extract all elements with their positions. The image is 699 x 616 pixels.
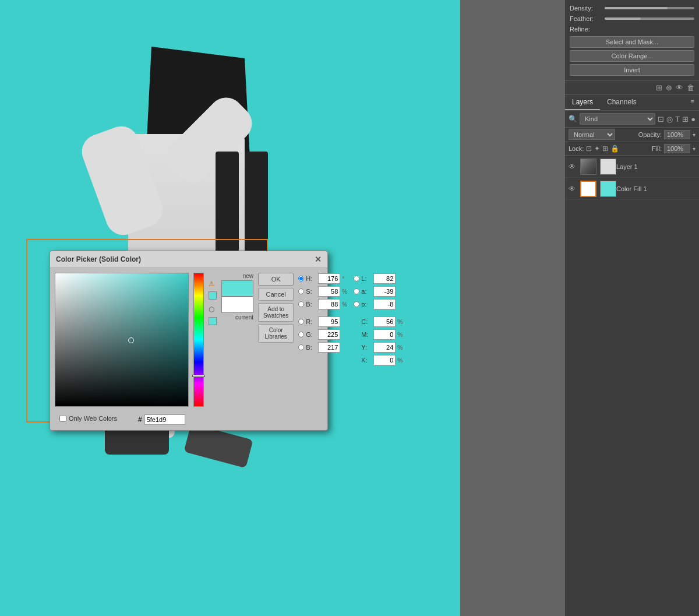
dialog-footer: Only Web Colors # <box>50 411 327 430</box>
fill-row: Fill: ▾ <box>652 144 696 153</box>
select-mask-button[interactable]: Select and Mask... <box>570 36 694 48</box>
c-input[interactable] <box>373 316 396 327</box>
b3-radio[interactable] <box>354 301 359 307</box>
color-swatches-area: new current <box>221 273 253 407</box>
dialog-body: ⚠ ⬡ new current OK Cancel Add to Swatche <box>50 268 327 411</box>
hue-slider[interactable] <box>193 273 204 407</box>
kind-filter-select[interactable]: Kind <box>580 113 655 125</box>
a-radio[interactable] <box>354 288 359 294</box>
hex-input[interactable] <box>144 414 185 425</box>
current-color-swatch[interactable] <box>221 297 253 313</box>
layer-1-name: Layer 1 <box>616 163 696 170</box>
tab-layers[interactable]: Layers <box>565 95 600 110</box>
color-picker-dialog: Color Picker (Solid Color) ✕ <box>50 251 328 431</box>
m-unit: % <box>397 332 404 338</box>
ok-button[interactable]: OK <box>258 273 294 286</box>
r-radio[interactable] <box>298 319 304 325</box>
only-web-checkbox[interactable] <box>59 415 66 422</box>
color-field-container[interactable] <box>55 273 189 407</box>
filter-icon-3[interactable]: T <box>675 115 680 124</box>
web-safe-icon[interactable]: ⬡ <box>209 305 217 314</box>
blend-mode-row: Normal Multiply Screen Opacity: ▾ <box>565 128 699 142</box>
refine-label: Refine: <box>570 26 605 33</box>
density-slider[interactable] <box>605 7 694 9</box>
m-input[interactable] <box>373 329 396 340</box>
lock-icons: ⊡ ✦ ⊞ 🔒 <box>586 145 619 153</box>
k-label: K: <box>361 357 372 364</box>
eye-icon[interactable]: 👁 <box>676 83 683 92</box>
l-input[interactable] <box>373 273 396 284</box>
layers-search: 🔍 Kind ⊡ ◎ T ⊞ ● <box>565 111 699 128</box>
refine-row: Refine: <box>570 26 694 33</box>
fill-arrow[interactable]: ▾ <box>693 146 696 152</box>
k-input[interactable] <box>373 355 396 365</box>
l-row: L: <box>354 273 404 284</box>
cancel-button[interactable]: Cancel <box>258 288 294 301</box>
close-icon[interactable]: ✕ <box>315 255 322 264</box>
fill-input[interactable] <box>664 144 690 153</box>
opacity-input[interactable] <box>664 130 690 139</box>
new-color-swatch[interactable] <box>221 280 253 297</box>
right-panel: Density: Feather: Refine: Select and Mas… <box>565 0 699 616</box>
a-row: a: <box>354 286 404 297</box>
feather-label: Feather: <box>570 15 605 22</box>
feather-slider[interactable] <box>605 17 694 20</box>
target-icon[interactable]: ⊕ <box>666 83 672 92</box>
opacity-arrow[interactable]: ▾ <box>693 132 696 138</box>
grid-icon[interactable]: ⊞ <box>656 83 662 92</box>
tab-channels[interactable]: Channels <box>600 95 644 110</box>
color-range-button[interactable]: Color Range... <box>570 50 694 62</box>
s-radio[interactable] <box>298 288 304 294</box>
b-unit: % <box>342 301 349 308</box>
b3-row: b: <box>354 298 404 310</box>
color-libraries-button[interactable]: Color Libraries <box>258 324 294 343</box>
k-unit: % <box>397 357 404 364</box>
new-swatch-label: new <box>221 273 253 279</box>
lock-pixels-icon[interactable]: ⊡ <box>586 145 592 153</box>
lock-position-icon[interactable]: ✦ <box>594 145 600 153</box>
gamut-warning-icon[interactable]: ⚠ <box>209 280 217 288</box>
b2-input[interactable] <box>318 342 340 353</box>
hue-slider-container[interactable] <box>193 273 204 407</box>
color-values-right: L: a: b: <box>354 273 404 407</box>
lock-row: Lock: ⊡ ✦ ⊞ 🔒 Fill: ▾ <box>565 142 699 156</box>
only-web-label: Only Web Colors <box>69 415 117 422</box>
filter-icon-5[interactable]: ● <box>691 115 696 124</box>
g-radio[interactable] <box>298 332 304 337</box>
a-label: a: <box>361 288 372 295</box>
blend-mode-select[interactable]: Normal Multiply Screen <box>569 129 615 140</box>
layer-item-1[interactable]: 👁 Layer 1 <box>565 156 699 178</box>
canvas-area: Color Picker (Solid Color) ✕ <box>0 0 565 616</box>
y-label: Y: <box>361 344 372 351</box>
color-field[interactable] <box>55 273 189 407</box>
h-radio[interactable] <box>298 276 304 281</box>
s-input[interactable] <box>318 286 340 297</box>
y-input[interactable] <box>373 342 396 353</box>
layer-1-visibility-icon[interactable]: 👁 <box>569 163 578 171</box>
layer-item-2[interactable]: 👁 Color Fill 1 <box>565 178 699 200</box>
a-input[interactable] <box>373 286 396 297</box>
b-input[interactable] <box>318 299 340 309</box>
b3-input[interactable] <box>373 299 396 309</box>
r-input[interactable] <box>318 316 340 327</box>
lock-artboards-icon[interactable]: ⊞ <box>602 145 608 153</box>
filter-icon-4[interactable]: ⊞ <box>682 115 689 124</box>
add-to-swatches-button[interactable]: Add to Swatches <box>258 303 294 322</box>
h-input[interactable] <box>318 273 340 284</box>
b-radio[interactable] <box>298 301 304 307</box>
b2-radio[interactable] <box>298 344 304 350</box>
dialog-title-bar: Color Picker (Solid Color) ✕ <box>50 251 327 268</box>
filter-icon-1[interactable]: ⊡ <box>658 115 664 124</box>
layers-menu-icon[interactable]: ≡ <box>686 95 699 110</box>
b3-label: b: <box>361 301 372 308</box>
filter-icon-2[interactable]: ◎ <box>666 115 673 124</box>
lock-all-icon[interactable]: 🔒 <box>610 145 619 153</box>
y-row: Y: % <box>354 342 404 353</box>
invert-button[interactable]: Invert <box>570 64 694 76</box>
hex-hash: # <box>138 416 142 424</box>
search-icon: 🔍 <box>569 115 577 123</box>
l-radio[interactable] <box>354 276 359 281</box>
layer-2-visibility-icon[interactable]: 👁 <box>569 185 578 193</box>
g-input[interactable] <box>318 329 340 340</box>
trash-icon[interactable]: 🗑 <box>687 83 694 92</box>
